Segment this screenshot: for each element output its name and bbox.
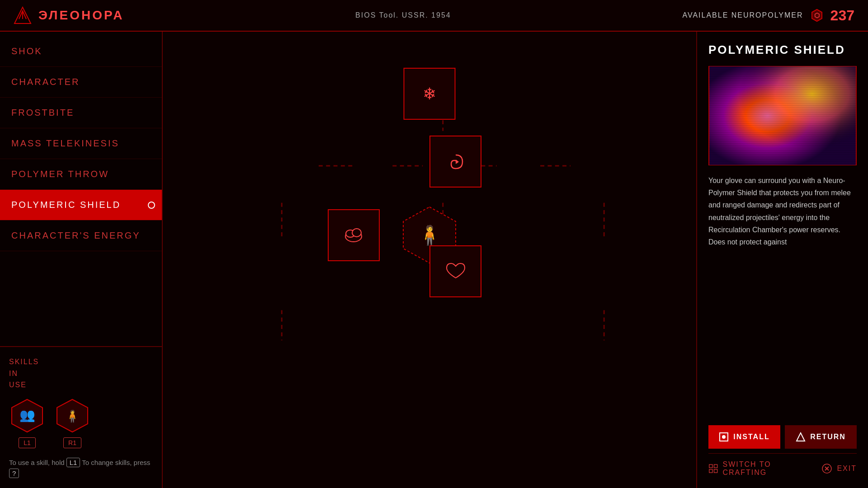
skill-tree-area: ❄: [163, 32, 696, 488]
sidebar-bottom: SKILLS IN USE 👥 L1 🧍 R1: [0, 346, 162, 488]
node-row2-right[interactable]: [328, 209, 380, 261]
svg-rect-45: [709, 66, 856, 165]
skills-label: SKILLS IN USE: [9, 356, 153, 391]
return-button[interactable]: RETURN: [785, 425, 857, 449]
node-icon-heart: [444, 260, 467, 282]
help-text: To use a skill, hold L1 To change skills…: [9, 457, 153, 479]
sidebar-item-shok[interactable]: SHOK: [0, 36, 162, 67]
ability-title: POLYMERIC SHIELD: [708, 43, 857, 57]
header: ЭЛЕОНОРА BIOS Tool. USSR. 1954 AVAILABLE…: [0, 0, 868, 32]
svg-rect-43: [709, 66, 856, 165]
install-icon: [719, 432, 729, 442]
skill-icons-row: 👥 L1 🧍 R1: [9, 398, 153, 448]
svg-point-33: [352, 229, 361, 237]
ability-image: [708, 66, 857, 165]
logo-icon: [14, 6, 32, 24]
node-top-center[interactable]: ❄: [404, 68, 456, 120]
skill1-button-label: L1: [19, 437, 36, 448]
skill2-button-label: R1: [63, 437, 81, 448]
exit-icon: [821, 463, 832, 474]
node-icon-spiral: [444, 150, 467, 173]
svg-text:👥: 👥: [19, 408, 35, 422]
svg-marker-48: [797, 433, 805, 441]
character-name: ЭЛЕОНОРА: [38, 8, 124, 23]
skill1-wrapper: 👥 L1: [9, 398, 45, 448]
exit-button[interactable]: EXIT: [821, 463, 857, 474]
sidebar-item-characters-energy[interactable]: CHARACTER'S ENERGY: [0, 221, 162, 251]
ability-description: Your glove can surround you with a Neuro…: [708, 174, 857, 416]
neuropolymer-label: AVAILABLE NEUROPOLYMER: [682, 11, 803, 19]
neuropolymer-icon: ⬡: [810, 9, 824, 22]
install-button[interactable]: INSTALL: [708, 425, 780, 449]
skill2-icon: 🧍: [54, 398, 90, 434]
svg-rect-51: [709, 469, 712, 473]
svg-text:⬡: ⬡: [814, 12, 820, 19]
skill1-icon: 👥: [9, 398, 45, 434]
sidebar-item-character[interactable]: CHARACTER: [0, 67, 162, 98]
node-row1-col4[interactable]: [429, 136, 481, 188]
bottom-buttons: SWITCH TO CRAFTING EXIT: [708, 453, 857, 477]
sidebar-item-polymeric-shield[interactable]: POLYMERIC SHIELD: [0, 190, 162, 221]
sidebar-item-mass-telekinesis[interactable]: MASS TELEKINESIS: [0, 128, 162, 159]
switch-crafting-button[interactable]: SWITCH TO CRAFTING: [708, 460, 808, 477]
main-layout: SHOK CHARACTER FROSTBITE MASS TELEKINESI…: [0, 32, 868, 488]
svg-rect-50: [714, 465, 717, 468]
sidebar: SHOK CHARACTER FROSTBITE MASS TELEKINESI…: [0, 32, 163, 488]
header-left: ЭЛЕОНОРА: [14, 6, 124, 24]
svg-point-47: [722, 435, 726, 439]
tool-info: BIOS Tool. USSR. 1954: [355, 11, 451, 19]
right-panel: POLYMERIC SHIELD: [696, 32, 868, 488]
svg-text:🧍: 🧍: [65, 409, 80, 423]
header-right: AVAILABLE NEUROPOLYMER ⬡ 237: [682, 7, 854, 24]
svg-rect-49: [709, 465, 712, 468]
ability-buttons: INSTALL RETURN: [708, 425, 857, 449]
node-row3-right[interactable]: [429, 245, 481, 297]
svg-rect-52: [714, 469, 717, 473]
neuropolymer-count: 237: [830, 7, 854, 24]
crafting-icon: [708, 463, 718, 474]
return-icon: [796, 432, 806, 442]
svg-rect-44: [709, 66, 856, 165]
svg-marker-28: [456, 160, 459, 164]
sidebar-item-frostbite[interactable]: FROSTBITE: [0, 98, 162, 128]
node-icon-cloud: [341, 223, 366, 248]
skill2-wrapper: 🧍 R1: [54, 398, 90, 448]
sidebar-item-polymer-throw[interactable]: POLYMER THROW: [0, 159, 162, 190]
